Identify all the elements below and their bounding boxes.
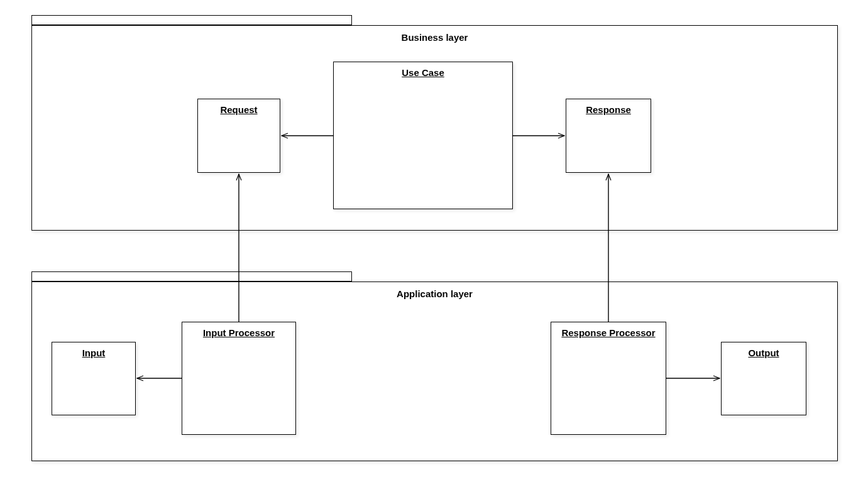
business-layer-title: Business layer	[32, 32, 837, 43]
response-node: Response	[566, 99, 651, 173]
input-label: Input	[52, 347, 135, 358]
output-label: Output	[722, 347, 806, 358]
response-processor-label: Response Processor	[551, 327, 666, 338]
input-processor-label: Input Processor	[182, 327, 295, 338]
usecase-node: Use Case	[333, 62, 513, 209]
application-layer-title: Application layer	[32, 288, 837, 299]
output-node: Output	[721, 342, 806, 415]
diagram-canvas: Business layer Application layer Request…	[0, 0, 868, 492]
input-node: Input	[52, 342, 136, 415]
input-processor-node: Input Processor	[182, 322, 296, 435]
response-processor-node: Response Processor	[551, 322, 666, 435]
response-label: Response	[566, 104, 651, 115]
business-layer-tab	[31, 15, 352, 25]
application-layer-container: Application layer	[31, 282, 838, 461]
usecase-label: Use Case	[334, 67, 512, 78]
application-layer-tab	[31, 271, 352, 282]
request-label: Request	[198, 104, 280, 115]
request-node: Request	[197, 99, 280, 173]
